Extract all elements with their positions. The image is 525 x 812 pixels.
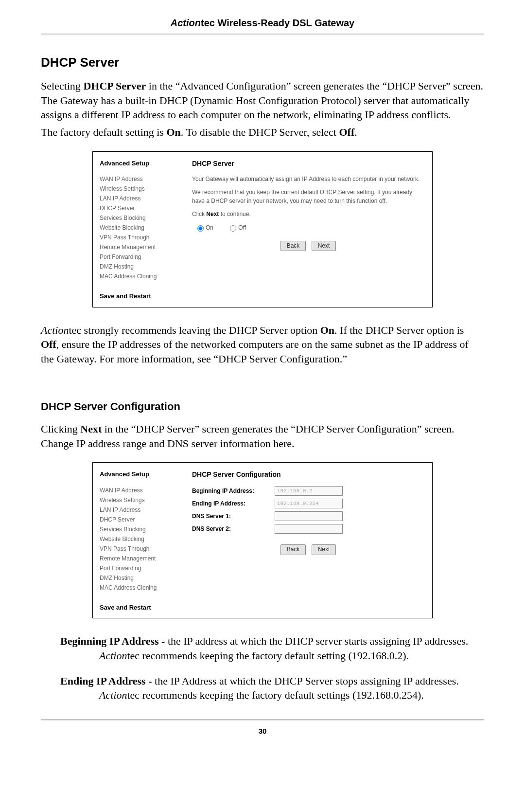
sidebar-item[interactable]: Port Forwarding	[100, 253, 179, 261]
sidebar-item[interactable]: Website Blocking	[100, 223, 179, 232]
screenshot-main-panel: DHCP Server Your Gateway will automatica…	[184, 152, 432, 307]
next-button[interactable]: Next	[312, 544, 336, 555]
sidebar-item[interactable]: Remote Management	[100, 243, 179, 252]
header-rule	[41, 34, 484, 36]
radio-off[interactable]: Off	[228, 224, 246, 231]
sidebar-item[interactable]: DHCP Server	[100, 515, 179, 524]
sidebar-item[interactable]: Website Blocking	[100, 535, 179, 543]
footer-rule	[41, 719, 484, 721]
def-ending-ip: Ending IP Address - the IP Address at wh…	[60, 674, 474, 703]
button-row: Back Next	[192, 241, 424, 251]
sidebar-item[interactable]: DHCP Server	[100, 204, 179, 213]
sidebar-item[interactable]: Wireless Settings	[100, 496, 179, 505]
screenshot-sidebar: Advanced Setup WAN IP Address Wireless S…	[93, 463, 184, 618]
back-button[interactable]: Back	[280, 241, 306, 251]
brand-rest: tec Wireless-Ready DSL Gateway	[201, 18, 354, 28]
sidebar-title: Advanced Setup	[100, 469, 179, 479]
sidebar-item[interactable]: DMZ Hosting	[100, 262, 179, 271]
sidebar-item[interactable]: Remote Management	[100, 554, 179, 563]
panel-title: DHCP Server	[192, 159, 424, 168]
sidebar-save-restart[interactable]: Save and Restart	[100, 291, 179, 301]
section2-paragraph: Clicking Next in the “DHCP Server” scree…	[41, 422, 484, 451]
radio-on-input[interactable]	[197, 225, 204, 232]
brand-italic: Action	[171, 18, 201, 28]
dns1-input[interactable]	[275, 511, 343, 521]
sidebar-item[interactable]: Wireless Settings	[100, 184, 179, 193]
dns2-input[interactable]	[275, 524, 343, 534]
sidebar-item[interactable]: MAC Address Cloning	[100, 583, 179, 592]
dhcp-on-off-radios: On Off	[195, 224, 424, 232]
sidebar-item[interactable]: VPN Pass Through	[100, 544, 179, 553]
button-row: Back Next	[192, 544, 424, 555]
sidebar-item[interactable]: WAN IP Address	[100, 175, 179, 183]
section1-paragraph: Selecting DHCP Server in the “Advanced C…	[41, 79, 484, 122]
screenshot-main-panel: DHCP Server Configuration Beginning IP A…	[184, 463, 432, 618]
radio-off-input[interactable]	[230, 225, 236, 232]
sidebar-item[interactable]: WAN IP Address	[100, 486, 179, 495]
dns2-label: DNS Server 2:	[192, 525, 275, 533]
end-ip-input[interactable]	[275, 499, 343, 508]
back-button[interactable]: Back	[280, 544, 306, 555]
section-title-dhcp-config: DHCP Server Configuration	[41, 400, 484, 413]
after-screenshot1-paragraph: Actiontec strongly recommends leaving th…	[41, 323, 484, 366]
sidebar-item[interactable]: LAN IP Address	[100, 505, 179, 514]
screenshot-dhcp-server: Advanced Setup WAN IP Address Wireless S…	[92, 151, 433, 307]
radio-on[interactable]: On	[195, 224, 213, 231]
sidebar-item[interactable]: MAC Address Cloning	[100, 272, 179, 281]
sidebar-save-restart[interactable]: Save and Restart	[100, 603, 179, 613]
sidebar-item[interactable]: Services Blocking	[100, 525, 179, 534]
screenshot-sidebar: Advanced Setup WAN IP Address Wireless S…	[93, 152, 184, 307]
panel-text: We recommend that you keep the current d…	[192, 188, 424, 205]
sidebar-item[interactable]: DMZ Hosting	[100, 574, 179, 582]
page-number: 30	[41, 727, 484, 735]
sidebar-title: Advanced Setup	[100, 159, 179, 168]
definition-list: Beginning IP Address - the IP address at…	[60, 634, 474, 703]
sidebar-item[interactable]: LAN IP Address	[100, 194, 179, 203]
panel-title: DHCP Server Configuration	[192, 469, 424, 479]
sidebar-item[interactable]: Port Forwarding	[100, 564, 179, 573]
dns1-label: DNS Server 1:	[192, 512, 275, 521]
sidebar-item[interactable]: VPN Pass Through	[100, 233, 179, 242]
screenshot-dhcp-config: Advanced Setup WAN IP Address Wireless S…	[92, 462, 433, 618]
sidebar-item[interactable]: Services Blocking	[100, 214, 179, 222]
begin-ip-label: Beginning IP Address:	[192, 487, 275, 495]
def-beginning-ip: Beginning IP Address - the IP address at…	[60, 634, 474, 663]
next-button[interactable]: Next	[312, 241, 336, 251]
panel-text: Click Next to continue.	[192, 210, 424, 218]
begin-ip-input[interactable]	[275, 486, 343, 496]
end-ip-label: Ending IP Address:	[192, 500, 275, 508]
section1-paragraph2: The factory default setting is On. To di…	[41, 125, 484, 140]
panel-text: Your Gateway will automatically assign a…	[192, 175, 424, 183]
doc-header: Actiontec Wireless-Ready DSL Gateway	[41, 18, 484, 29]
section-title-dhcp-server: DHCP Server	[41, 55, 484, 70]
